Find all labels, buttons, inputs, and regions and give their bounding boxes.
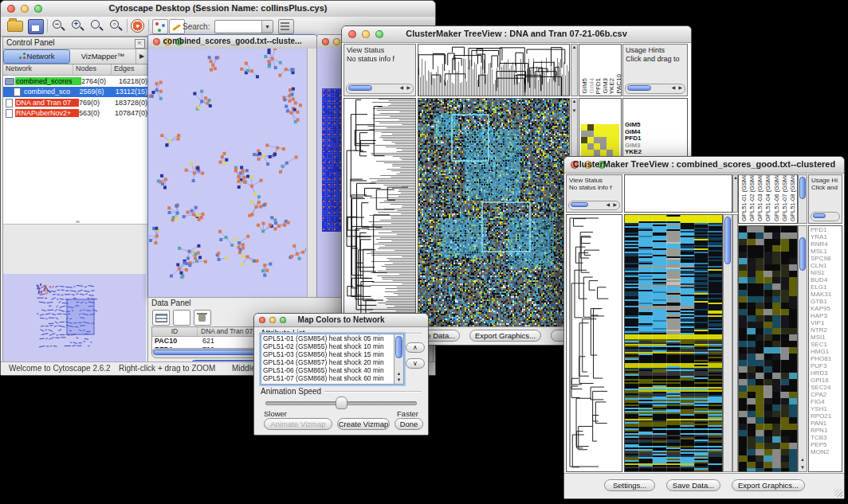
column-dendrogram-canvas[interactable]	[418, 45, 569, 96]
attribute-list-item[interactable]: GPL51-03 (GSM856) heat shock 15 min	[261, 350, 403, 358]
scrollbar-thumb[interactable]	[348, 85, 372, 91]
gene-label[interactable]: CPA2	[811, 391, 842, 398]
speed-slider[interactable]	[254, 397, 428, 409]
gene-label[interactable]: MSL1	[811, 248, 842, 255]
array-label[interactable]: GPL51-07 (GSM868)	[781, 174, 789, 221]
array-label[interactable]: GPL51-01 (GSM854)	[740, 174, 748, 221]
scroll-left-icon[interactable]: ◀	[606, 201, 610, 209]
gene-label[interactable]: CLN1	[811, 262, 842, 269]
scrollbar-thumb[interactable]	[813, 213, 826, 218]
network-table-row[interactable]: RNAPuberNov2+ 563(0) 107847(0)	[3, 108, 147, 119]
gene-label[interactable]: NTR2	[811, 326, 842, 334]
heatmap-main[interactable]	[624, 214, 723, 472]
attribute-browser-icon[interactable]	[278, 19, 294, 34]
zoom-heatmap[interactable]	[738, 225, 798, 472]
array-label[interactable]: GPL51-04 (GSM857)	[764, 174, 772, 221]
treeview2-titlebar[interactable]: ClusterMaker TreeView : combined_scores_…	[564, 157, 844, 174]
gene-label[interactable]: HRD3	[811, 369, 842, 377]
gene-label[interactable]: MAK31	[811, 291, 842, 298]
array-label[interactable]: GPL51-03 (GSM856)	[756, 174, 764, 221]
row-dendrogram[interactable]	[344, 98, 416, 327]
birdseye-canvas[interactable]	[3, 274, 146, 361]
gene-label[interactable]: YSH1	[811, 405, 842, 412]
gene-label[interactable]: MON2	[811, 448, 842, 455]
scrollbar-thumb[interactable]	[799, 177, 806, 199]
attribute-list-item[interactable]: GPL51-06 (GSM865) heat shock 40 min	[261, 366, 403, 374]
minimize-button[interactable]	[333, 38, 340, 45]
tab-vizmapper[interactable]: VizMapper™	[70, 49, 136, 64]
scroll-down-icon[interactable]: ▼	[799, 465, 807, 470]
resize-grip[interactable]	[834, 489, 842, 497]
label-scrollbar[interactable]	[798, 174, 807, 224]
array-label[interactable]: GIM5	[581, 78, 588, 94]
column-dendrogram-empty[interactable]	[624, 174, 732, 213]
help-ring-icon[interactable]	[131, 19, 144, 33]
scroll-right-icon[interactable]: ▶	[678, 84, 682, 92]
network-table-row[interactable]: combined_scores 2764(0) 16218(0)	[3, 76, 147, 87]
gene-label[interactable]: PFD1	[811, 226, 842, 233]
gene-label[interactable]: BUD4	[811, 276, 842, 283]
row-dendrogram[interactable]	[566, 214, 622, 472]
chevron-down-icon[interactable]: ▼	[261, 21, 273, 33]
gene-label[interactable]: VIP1	[811, 319, 842, 326]
heatmap-main[interactable]	[418, 98, 570, 327]
search-input[interactable]: ▼	[214, 20, 273, 33]
array-label[interactable]: GPL51-02 (GSM855)	[748, 174, 756, 221]
delete-attribute-icon[interactable]	[194, 310, 211, 326]
slider-thumb[interactable]	[336, 397, 347, 409]
gene-label[interactable]: GTB1	[811, 298, 842, 305]
view-status-scrollbar[interactable]: ◀▶	[568, 201, 620, 210]
row-dendrogram-canvas[interactable]	[567, 215, 622, 471]
gene-label[interactable]: RPO21	[811, 412, 842, 420]
network-table-row[interactable]: DNA and Tran 07 769(0) 183728(0)	[3, 97, 147, 108]
open-folder-icon[interactable]	[7, 21, 23, 32]
gene-label[interactable]: MSI1	[811, 334, 842, 341]
scroll-right-icon[interactable]: ▶	[406, 84, 410, 92]
array-label[interactable]: PAC10	[615, 74, 622, 94]
birdseye-view[interactable]	[3, 274, 146, 361]
heatmap-canvas[interactable]	[418, 99, 569, 326]
network-vertical-scrollbar[interactable]	[307, 49, 316, 298]
new-attribute-icon[interactable]	[173, 310, 190, 326]
row-scroll-strip[interactable]	[732, 214, 738, 472]
splitter-grip[interactable]	[76, 221, 80, 223]
zoom-heatmap-canvas[interactable]	[739, 226, 797, 471]
select-attributes-icon[interactable]	[152, 310, 170, 326]
gene-list-scrollbar[interactable]: ▲ ▼	[798, 225, 807, 472]
move-up-button[interactable]: ∧	[406, 342, 425, 353]
array-label[interactable]: GIM3	[602, 78, 609, 94]
gene-label[interactable]: SEC24	[811, 384, 842, 391]
scroll-left-icon[interactable]: ◀	[399, 84, 403, 92]
column-scroll-strip[interactable]: ▲	[732, 174, 738, 213]
gene-label[interactable]: NIS1	[811, 269, 842, 276]
array-label[interactable]: GPL51-08 (GSM872)	[789, 174, 797, 221]
cytoscape-titlebar[interactable]: Cytoscape Desktop (Session Name: collins…	[1, 1, 435, 18]
move-down-button[interactable]: ∨	[406, 358, 425, 369]
gene-label[interactable]: PAN1	[811, 420, 842, 427]
close-button[interactable]	[322, 38, 329, 45]
float-panel-icon[interactable]: ⇱	[135, 39, 145, 49]
scroll-right-icon[interactable]: ▶	[613, 201, 617, 209]
dialog-titlebar[interactable]: Map Colors to Network	[254, 314, 428, 327]
animate-vizmap-button[interactable]: Animate Vizmap	[264, 418, 332, 430]
array-label[interactable]: GIM4	[588, 78, 595, 94]
column-scroll-strip[interactable]: ▲	[571, 44, 578, 96]
settings-button[interactable]: Settings...	[604, 479, 655, 491]
gene-label[interactable]: HAP3	[811, 312, 842, 319]
attribute-list-item[interactable]: GPL51-01 (GSM854) heat shock 05 min	[261, 334, 403, 342]
attribute-list-item[interactable]: GPL51-02 (GSM855) heat shock 10 min	[261, 342, 403, 350]
scroll-down-icon[interactable]: ▼	[395, 377, 403, 382]
scrollbar-thumb[interactable]	[724, 217, 731, 264]
array-label[interactable]: GPL51-06 (GSM865)	[773, 174, 781, 221]
vizmapper-icon[interactable]	[152, 19, 168, 34]
attribute-list-item[interactable]: GPL51-07 (GSM868) heat shock 60 min	[261, 374, 403, 382]
tab-overflow-arrow[interactable]: ▶	[136, 49, 147, 64]
scroll-left-icon[interactable]: ◀	[671, 84, 675, 92]
array-label[interactable]: YKE2	[608, 78, 615, 94]
gene-label[interactable]: KAP95	[811, 305, 842, 312]
network-table-row[interactable]: combined_sco 2569(6) 13112(15)	[3, 87, 147, 98]
dense-network-canvas[interactable]	[322, 88, 343, 232]
heatmap-vscrollbar[interactable]	[723, 214, 732, 472]
scroll-up-icon[interactable]: ▲	[799, 457, 807, 462]
tab-network[interactable]: Network	[3, 49, 70, 64]
